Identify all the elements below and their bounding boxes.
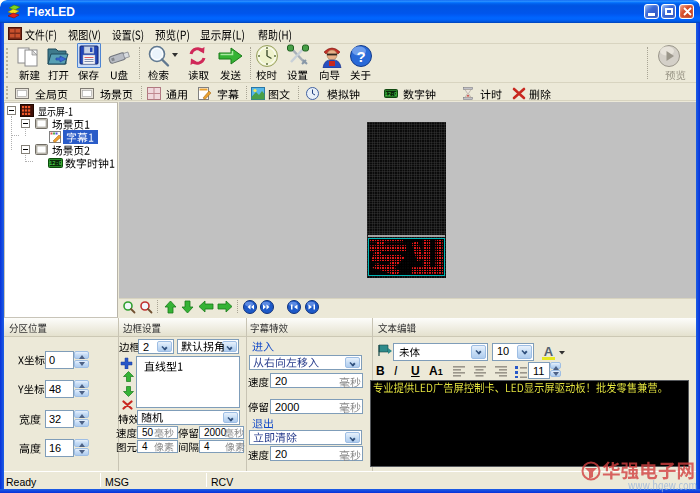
svg-text:?: ? bbox=[356, 48, 365, 65]
svg-text:12:0: 12:0 bbox=[385, 92, 397, 98]
svg-text:12:0: 12:0 bbox=[49, 160, 62, 167]
